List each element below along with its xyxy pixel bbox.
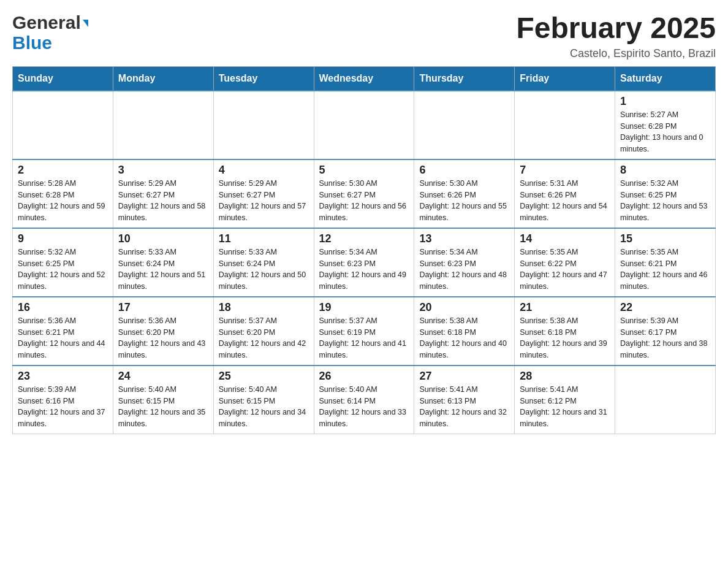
day-cell: 21Sunrise: 5:38 AM Sunset: 6:18 PM Dayli…: [515, 297, 615, 366]
day-cell: 27Sunrise: 5:41 AM Sunset: 6:13 PM Dayli…: [414, 366, 515, 434]
day-info: Sunrise: 5:29 AM Sunset: 6:27 PM Dayligh…: [118, 178, 208, 224]
day-cell: 10Sunrise: 5:33 AM Sunset: 6:24 PM Dayli…: [113, 228, 213, 297]
day-cell: 3Sunrise: 5:29 AM Sunset: 6:27 PM Daylig…: [113, 159, 213, 228]
day-cell: 28Sunrise: 5:41 AM Sunset: 6:12 PM Dayli…: [515, 366, 615, 434]
day-info: Sunrise: 5:39 AM Sunset: 6:17 PM Dayligh…: [620, 315, 710, 361]
day-number: 4: [219, 164, 309, 177]
day-number: 5: [319, 164, 409, 177]
day-cell: 15Sunrise: 5:35 AM Sunset: 6:21 PM Dayli…: [615, 228, 716, 297]
day-info: Sunrise: 5:36 AM Sunset: 6:21 PM Dayligh…: [18, 315, 108, 361]
day-cell: 9Sunrise: 5:32 AM Sunset: 6:25 PM Daylig…: [13, 228, 113, 297]
day-cell: [414, 91, 515, 159]
day-cell: [213, 91, 314, 159]
header-monday: Monday: [113, 66, 213, 91]
day-number: 21: [520, 301, 610, 314]
week-row-4: 16Sunrise: 5:36 AM Sunset: 6:21 PM Dayli…: [13, 297, 716, 366]
day-cell: 7Sunrise: 5:31 AM Sunset: 6:26 PM Daylig…: [515, 159, 615, 228]
day-info: Sunrise: 5:34 AM Sunset: 6:23 PM Dayligh…: [319, 247, 409, 293]
day-number: 19: [319, 301, 409, 314]
day-info: Sunrise: 5:40 AM Sunset: 6:15 PM Dayligh…: [118, 384, 208, 430]
logo: General Blue: [12, 12, 88, 53]
day-cell: 20Sunrise: 5:38 AM Sunset: 6:18 PM Dayli…: [414, 297, 515, 366]
day-cell: 25Sunrise: 5:40 AM Sunset: 6:15 PM Dayli…: [213, 366, 314, 434]
day-number: 2: [18, 164, 108, 177]
day-info: Sunrise: 5:27 AM Sunset: 6:28 PM Dayligh…: [620, 109, 710, 155]
day-cell: 13Sunrise: 5:34 AM Sunset: 6:23 PM Dayli…: [414, 228, 515, 297]
day-number: 10: [118, 232, 208, 245]
day-info: Sunrise: 5:37 AM Sunset: 6:20 PM Dayligh…: [219, 315, 309, 361]
day-info: Sunrise: 5:40 AM Sunset: 6:15 PM Dayligh…: [219, 384, 309, 430]
day-cell: 24Sunrise: 5:40 AM Sunset: 6:15 PM Dayli…: [113, 366, 213, 434]
day-info: Sunrise: 5:39 AM Sunset: 6:16 PM Dayligh…: [18, 384, 108, 430]
day-number: 27: [419, 370, 509, 383]
day-info: Sunrise: 5:35 AM Sunset: 6:22 PM Dayligh…: [520, 247, 610, 293]
week-row-2: 2Sunrise: 5:28 AM Sunset: 6:28 PM Daylig…: [13, 159, 716, 228]
day-cell: [13, 91, 113, 159]
day-cell: 22Sunrise: 5:39 AM Sunset: 6:17 PM Dayli…: [615, 297, 716, 366]
day-cell: 14Sunrise: 5:35 AM Sunset: 6:22 PM Dayli…: [515, 228, 615, 297]
day-cell: 8Sunrise: 5:32 AM Sunset: 6:25 PM Daylig…: [615, 159, 716, 228]
day-info: Sunrise: 5:37 AM Sunset: 6:19 PM Dayligh…: [319, 315, 409, 361]
day-info: Sunrise: 5:34 AM Sunset: 6:23 PM Dayligh…: [419, 247, 509, 293]
day-cell: 26Sunrise: 5:40 AM Sunset: 6:14 PM Dayli…: [314, 366, 414, 434]
day-number: 11: [219, 232, 309, 245]
day-info: Sunrise: 5:41 AM Sunset: 6:12 PM Dayligh…: [520, 384, 610, 430]
day-info: Sunrise: 5:32 AM Sunset: 6:25 PM Dayligh…: [18, 247, 108, 293]
day-number: 9: [18, 232, 108, 245]
day-number: 26: [319, 370, 409, 383]
day-number: 20: [419, 301, 509, 314]
day-info: Sunrise: 5:31 AM Sunset: 6:26 PM Dayligh…: [520, 178, 610, 224]
header-saturday: Saturday: [615, 66, 716, 91]
day-info: Sunrise: 5:33 AM Sunset: 6:24 PM Dayligh…: [219, 247, 309, 293]
logo-general: General: [12, 12, 81, 33]
location: Castelo, Espirito Santo, Brazil: [516, 47, 716, 60]
day-number: 22: [620, 301, 710, 314]
header-thursday: Thursday: [414, 66, 515, 91]
weekday-header-row: SundayMondayTuesdayWednesdayThursdayFrid…: [13, 66, 716, 91]
header-friday: Friday: [515, 66, 615, 91]
day-info: Sunrise: 5:30 AM Sunset: 6:26 PM Dayligh…: [419, 178, 509, 224]
day-number: 18: [219, 301, 309, 314]
day-cell: [113, 91, 213, 159]
day-cell: 12Sunrise: 5:34 AM Sunset: 6:23 PM Dayli…: [314, 228, 414, 297]
header-wednesday: Wednesday: [314, 66, 414, 91]
day-cell: 18Sunrise: 5:37 AM Sunset: 6:20 PM Dayli…: [213, 297, 314, 366]
day-number: 28: [520, 370, 610, 383]
day-number: 25: [219, 370, 309, 383]
day-cell: 19Sunrise: 5:37 AM Sunset: 6:19 PM Dayli…: [314, 297, 414, 366]
day-number: 16: [18, 301, 108, 314]
day-number: 14: [520, 232, 610, 245]
month-title: February 2025: [516, 12, 716, 45]
day-info: Sunrise: 5:41 AM Sunset: 6:13 PM Dayligh…: [419, 384, 509, 430]
day-number: 1: [620, 95, 710, 108]
day-info: Sunrise: 5:28 AM Sunset: 6:28 PM Dayligh…: [18, 178, 108, 224]
day-number: 23: [18, 370, 108, 383]
day-number: 7: [520, 164, 610, 177]
day-number: 6: [419, 164, 509, 177]
day-cell: 6Sunrise: 5:30 AM Sunset: 6:26 PM Daylig…: [414, 159, 515, 228]
day-number: 8: [620, 164, 710, 177]
day-number: 15: [620, 232, 710, 245]
day-cell: 5Sunrise: 5:30 AM Sunset: 6:27 PM Daylig…: [314, 159, 414, 228]
week-row-3: 9Sunrise: 5:32 AM Sunset: 6:25 PM Daylig…: [13, 228, 716, 297]
day-info: Sunrise: 5:33 AM Sunset: 6:24 PM Dayligh…: [118, 247, 208, 293]
title-section: February 2025 Castelo, Espirito Santo, B…: [516, 12, 716, 60]
day-info: Sunrise: 5:38 AM Sunset: 6:18 PM Dayligh…: [520, 315, 610, 361]
day-cell: [314, 91, 414, 159]
day-cell: [515, 91, 615, 159]
day-number: 17: [118, 301, 208, 314]
header-sunday: Sunday: [13, 66, 113, 91]
day-info: Sunrise: 5:30 AM Sunset: 6:27 PM Dayligh…: [319, 178, 409, 224]
page-header: General Blue February 2025 Castelo, Espi…: [12, 12, 716, 60]
day-cell: 2Sunrise: 5:28 AM Sunset: 6:28 PM Daylig…: [13, 159, 113, 228]
day-cell: 17Sunrise: 5:36 AM Sunset: 6:20 PM Dayli…: [113, 297, 213, 366]
day-number: 3: [118, 164, 208, 177]
day-info: Sunrise: 5:38 AM Sunset: 6:18 PM Dayligh…: [419, 315, 509, 361]
day-info: Sunrise: 5:32 AM Sunset: 6:25 PM Dayligh…: [620, 178, 710, 224]
week-row-5: 23Sunrise: 5:39 AM Sunset: 6:16 PM Dayli…: [13, 366, 716, 434]
day-cell: [615, 366, 716, 434]
day-cell: 11Sunrise: 5:33 AM Sunset: 6:24 PM Dayli…: [213, 228, 314, 297]
week-row-1: 1Sunrise: 5:27 AM Sunset: 6:28 PM Daylig…: [13, 91, 716, 159]
day-info: Sunrise: 5:40 AM Sunset: 6:14 PM Dayligh…: [319, 384, 409, 430]
day-info: Sunrise: 5:36 AM Sunset: 6:20 PM Dayligh…: [118, 315, 208, 361]
